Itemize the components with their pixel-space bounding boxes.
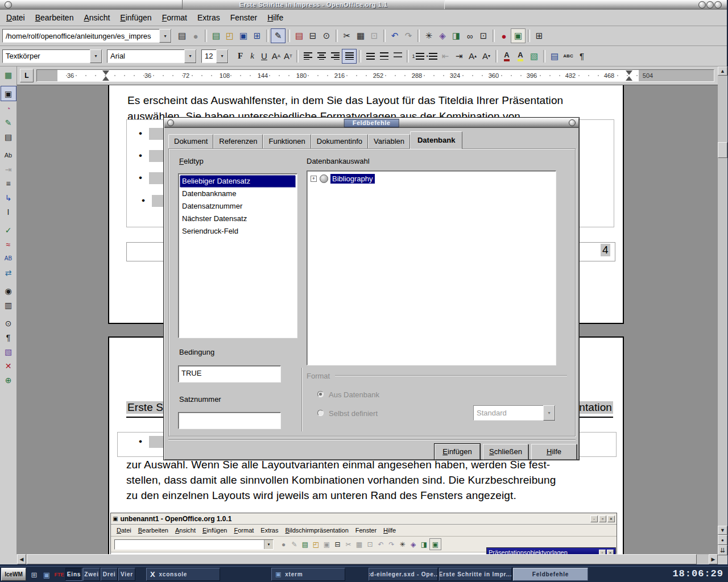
task-erste-schritte[interactable]: Erste Schritte in Impr... (439, 568, 512, 581)
subscript-icon[interactable]: AT (282, 49, 294, 63)
menu-hilfe[interactable]: Hilfe (262, 11, 288, 24)
show-desktop-icon[interactable]: ▣ (41, 569, 52, 580)
list-item[interactable]: Seriendruck-Feld (180, 225, 296, 238)
menu-extras[interactable]: Extras (192, 11, 225, 24)
insert-object-icon[interactable]: ▦ (1, 68, 16, 82)
find-replace-icon[interactable]: ABC (561, 49, 575, 63)
window-list-icon[interactable]: ⊞ (28, 569, 40, 580)
url-combobox[interactable]: /home/rolf/openoffice/anleitungen/es_imp… (2, 29, 172, 43)
next-page-button[interactable]: ⇊ (718, 545, 727, 555)
workspace-eins[interactable]: Eins (65, 568, 82, 581)
draw-functions-icon[interactable]: ✎ (1, 115, 16, 130)
font-size-down-icon[interactable]: A▾ (479, 49, 493, 63)
tab-datenbank[interactable]: Datenbank (410, 131, 462, 149)
list-item[interactable]: Beliebiger Datensatz (180, 175, 296, 188)
scroll-up-button[interactable]: ▲ (718, 66, 727, 76)
line-spacing-1-icon[interactable] (363, 49, 377, 63)
fte-launcher-icon[interactable]: FTE (53, 569, 65, 580)
workspace-zwei[interactable]: Zwei (83, 568, 100, 581)
feldtyp-listbox[interactable]: Beliebiger Datensatz Datenbankname Daten… (178, 173, 297, 338)
horizontal-scrollbar[interactable]: ◀ ▶ (17, 554, 718, 564)
open-icon[interactable]: ◰ (223, 29, 237, 43)
url-dropdown-icon[interactable]: ▾ (159, 29, 171, 43)
style-dropdown-icon[interactable]: ▾ (90, 49, 102, 63)
tab-dokument[interactable]: Dokument (168, 134, 213, 148)
font-color-icon[interactable]: A (500, 49, 514, 63)
increase-indent-icon[interactable]: ⇥ (452, 49, 466, 63)
scroll-left-button[interactable]: ◀ (17, 554, 26, 564)
font-size-combobox[interactable]: 12 ▾ (201, 49, 229, 63)
einfuegen-button[interactable]: Einfügen (435, 444, 480, 460)
align-left-icon[interactable] (301, 49, 315, 63)
page-preview-icon[interactable]: ⊙ (320, 29, 333, 43)
record-macro-icon[interactable]: ● (497, 29, 511, 43)
expand-icon[interactable]: + (311, 176, 317, 182)
align-center-icon[interactable] (315, 49, 328, 63)
task-cd-einleger[interactable]: cd-einleger.sxd - Ope... (369, 568, 438, 581)
form-functions-icon[interactable]: ▤ (1, 130, 16, 144)
list-item[interactable]: Nächster Datensatz (180, 213, 296, 225)
online-layout-icon[interactable]: ⊕ (1, 373, 16, 387)
undo-icon[interactable]: ↶ (388, 29, 402, 43)
size-dropdown-icon[interactable]: ▾ (216, 49, 228, 63)
superscript-icon[interactable]: AA (270, 49, 282, 63)
save-icon[interactable]: ▣ (237, 29, 250, 43)
insert-chart-icon[interactable]: ◔ (1, 101, 16, 115)
ruler-strip[interactable]: 36 36 72 108 144 180 216 252 288 324 360… (36, 69, 714, 82)
horizontal-scroll-thumb[interactable] (27, 554, 697, 564)
menu-einfuegen[interactable]: Einfügen (115, 11, 156, 24)
schliessen-button[interactable]: Schließen (483, 444, 528, 460)
font-name-combobox[interactable]: Arial ▾ (107, 49, 197, 63)
print-file-icon[interactable]: ▤ (292, 29, 306, 43)
dialog-close-button[interactable] (569, 119, 576, 126)
window-menu-button[interactable] (5, 1, 12, 9)
tab-variablen[interactable]: Variablen (368, 134, 410, 148)
scroll-down-button[interactable]: ▼ (718, 526, 727, 535)
hyperlink-bar-icon[interactable]: ∞ (463, 29, 477, 43)
underline-icon[interactable]: U (258, 49, 270, 63)
insert-image-icon[interactable]: ▣ (511, 28, 526, 43)
menu-ansicht[interactable]: Ansicht (78, 11, 115, 24)
character-dialog-icon[interactable]: ▤ (548, 49, 561, 63)
menu-fenster[interactable]: Fenster (225, 11, 262, 24)
nonprinting-toggle-icon[interactable]: ¶ (1, 330, 16, 344)
new-text-doc-icon[interactable]: ▤ (209, 29, 223, 43)
insert-frame-icon[interactable]: ▣ (1, 86, 16, 101)
vertical-scroll-thumb[interactable] (718, 142, 727, 158)
fullscreen-icon[interactable]: ⊡ (477, 29, 490, 43)
icewm-start-button[interactable]: IceWM (1, 568, 26, 581)
navigation-button[interactable]: ● (718, 535, 727, 545)
form-controls-icon[interactable]: ⊞ (532, 29, 546, 43)
navigator-icon[interactable]: ✳ (422, 29, 436, 43)
auto-spellcheck-icon[interactable]: ≈ (1, 237, 16, 251)
data-sources-icon[interactable]: ▥ (1, 298, 16, 312)
spellcheck-icon[interactable]: ✓ (1, 223, 16, 237)
font-dropdown-icon[interactable]: ▾ (184, 49, 196, 63)
nonprinting-chars-icon[interactable]: ¶ (575, 49, 589, 63)
bedingung-field[interactable]: TRUE (178, 365, 281, 383)
list-item[interactable]: Datenbankname (180, 188, 296, 200)
gallery-icon[interactable]: ◨ (449, 29, 463, 43)
task-xconsole[interactable]: X xconsole (146, 568, 220, 581)
tree-row[interactable]: + Bibliography (307, 171, 556, 184)
paragraph-background-icon[interactable]: ▧ (527, 49, 541, 63)
menu-bearbeiten[interactable]: Bearbeiten (30, 11, 79, 24)
graphics-on-off-icon[interactable]: ▧ (1, 344, 16, 359)
italic-icon[interactable]: k (246, 49, 258, 63)
dialog-titlebar[interactable]: Feldbefehle (164, 118, 578, 128)
paragraph-style-combobox[interactable]: Textkörper ▾ (2, 49, 102, 63)
hide-graphics-icon[interactable]: ✕ (1, 359, 16, 373)
dialog-menu-button[interactable] (167, 119, 174, 126)
zoom-icon[interactable]: ⊙ (1, 316, 16, 330)
vertical-scrollbar[interactable]: ▲ ▼ ● ⇊ (718, 66, 727, 564)
align-right-icon[interactable] (328, 49, 342, 63)
demote-list-icon[interactable]: ↳ (1, 190, 16, 205)
line-spacing-2-icon[interactable] (391, 49, 404, 63)
tab-dokumentinfo[interactable]: Dokumentinfo (311, 134, 368, 148)
task-feldbefehle[interactable]: Feldbefehle (513, 568, 588, 581)
load-url-icon[interactable]: ▤ (175, 29, 189, 43)
minimize-button[interactable] (698, 1, 706, 9)
database-tree[interactable]: + Bibliography (307, 171, 556, 365)
stylist-icon[interactable]: ◈ (436, 29, 449, 43)
list-item[interactable]: Datensatznummer (180, 200, 296, 213)
